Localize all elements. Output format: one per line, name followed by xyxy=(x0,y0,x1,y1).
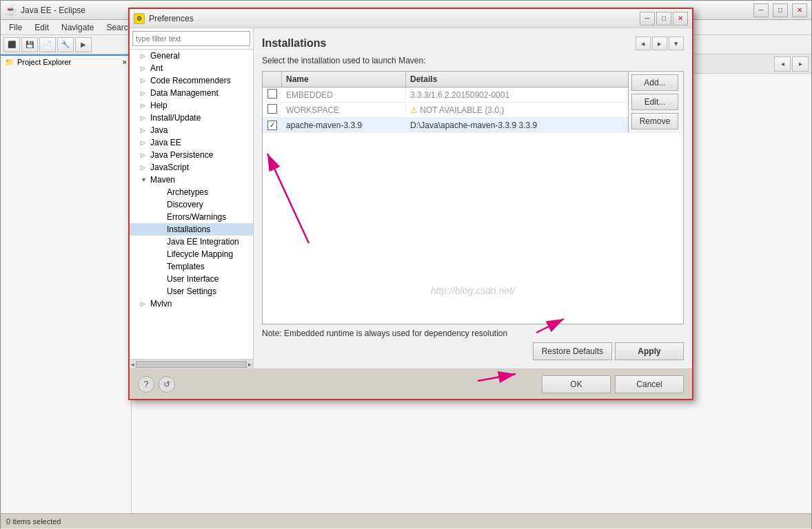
remove-button[interactable]: Remove xyxy=(631,113,678,129)
toolbar-btn-5[interactable]: ▶ xyxy=(75,37,92,52)
col-check-header xyxy=(263,72,282,87)
nav-menu-button[interactable]: ▾ xyxy=(669,37,684,50)
nav-filter-input[interactable] xyxy=(132,31,250,46)
checkbox-workspace[interactable] xyxy=(267,104,277,114)
nav-forward-button[interactable]: ▸ xyxy=(652,37,667,50)
dialog-titlebar: ⚙ Preferences ─ □ ✕ xyxy=(130,9,692,28)
nav-expand-maven: ▼ xyxy=(141,176,148,183)
installations-table-header: Name Details xyxy=(263,72,683,87)
nav-item-maven[interactable]: ▼ Maven xyxy=(130,174,253,186)
nav-label-help: Help xyxy=(150,101,168,110)
nav-item-errors-warnings[interactable]: Errors/Warnings xyxy=(130,211,253,223)
table-row[interactable]: EMBEDDED 3.3.3/1.6.2.20150902-0001 xyxy=(263,87,683,103)
nav-item-templates[interactable]: Templates xyxy=(130,260,253,273)
nav-item-data-management[interactable]: ▷ Data Management xyxy=(130,87,253,99)
nav-label-java-ee: Java EE xyxy=(150,138,181,147)
nav-expand-data-management: ▷ xyxy=(141,90,148,96)
table-row[interactable]: WORKSPACE ⚠ NOT AVAILABLE (3.0,) xyxy=(263,103,683,118)
row-workspace-check[interactable] xyxy=(263,103,282,117)
toolbar-btn-4[interactable]: 🔧 xyxy=(57,37,74,52)
nav-expand-ant: ▷ xyxy=(141,65,148,72)
menu-navigate[interactable]: Navigate xyxy=(56,21,99,34)
restore-defaults-button[interactable]: Restore Defaults xyxy=(533,342,612,360)
menu-file[interactable]: File xyxy=(3,21,28,34)
dialog-maximize-button[interactable]: □ xyxy=(656,12,671,25)
nav-label-ant: Ant xyxy=(150,63,163,73)
nav-expand-help: ▷ xyxy=(141,102,148,109)
checkbox-maven[interactable]: ✓ xyxy=(267,121,277,130)
eclipse-maximize-button[interactable]: □ xyxy=(773,3,788,17)
eclipse-icon: ☕ xyxy=(5,5,17,16)
nav-item-java-ee[interactable]: ▷ Java EE xyxy=(130,136,253,149)
scroll-right[interactable]: ▸ xyxy=(248,361,252,368)
row-maven-check[interactable]: ✓ xyxy=(263,118,282,132)
nav-item-java-ee-integration[interactable]: Java EE Integration xyxy=(130,236,253,248)
dialog-window-buttons: ─ □ ✕ xyxy=(640,12,688,25)
nav-label-templates: Templates xyxy=(167,262,205,271)
project-explorer-tab[interactable]: 📁 Project Explorer × xyxy=(1,54,131,70)
menu-edit[interactable]: Edit xyxy=(29,21,54,34)
right-panel-btn-2[interactable]: ▸ xyxy=(792,56,809,72)
nav-label-archetypes: Archetypes xyxy=(167,187,208,197)
toolbar-btn-2[interactable]: 💾 xyxy=(21,37,38,52)
note-text: Note: Embedded runtime is always used fo… xyxy=(262,329,684,338)
nav-expand-code-recommenders: ▷ xyxy=(141,77,148,84)
row-workspace-name: WORKSPACE xyxy=(282,104,406,116)
nav-item-help[interactable]: ▷ Help xyxy=(130,99,253,112)
add-button[interactable]: Add... xyxy=(631,74,678,91)
nav-item-java-persistence[interactable]: ▷ Java Persistence xyxy=(130,149,253,161)
nav-label-data-management: Data Management xyxy=(150,88,219,98)
nav-expand-javascript: ▷ xyxy=(141,164,148,171)
status-bar: 0 items selected xyxy=(1,513,811,528)
nav-expand-install-update: ▷ xyxy=(141,114,148,121)
nav-item-archetypes[interactable]: Archetypes xyxy=(130,186,253,198)
nav-back-button[interactable]: ◂ xyxy=(636,37,651,50)
nav-item-javascript[interactable]: ▷ JavaScript xyxy=(130,161,253,174)
nav-label-installations: Installations xyxy=(167,225,210,234)
nav-item-user-interface[interactable]: User Interface xyxy=(130,273,253,285)
edit-button[interactable]: Edit... xyxy=(631,94,678,110)
nav-item-mvlvn[interactable]: ▷ Mvlvn xyxy=(130,298,253,310)
row-embedded-check[interactable] xyxy=(263,87,282,102)
content-nav-buttons: ◂ ▸ ▾ xyxy=(636,37,684,50)
dialog-action-buttons: OK Cancel xyxy=(542,375,684,393)
nav-item-general[interactable]: ▷ General xyxy=(130,50,253,62)
nav-item-code-recommenders[interactable]: ▷ Code Recommenders xyxy=(130,74,253,87)
checkbox-embedded[interactable] xyxy=(267,89,277,98)
left-panel: 📁 Project Explorer × xyxy=(1,54,132,515)
nav-item-lifecycle-mapping[interactable]: Lifecycle Mapping xyxy=(130,248,253,260)
toolbar-btn-3[interactable]: 📄 xyxy=(39,37,56,52)
restore-icon-button[interactable]: ↺ xyxy=(159,376,175,393)
project-explorer-close[interactable]: × xyxy=(123,58,127,66)
eclipse-minimize-button[interactable]: ─ xyxy=(753,3,769,17)
preferences-dialog: ⚙ Preferences ─ □ ✕ ▷ General xyxy=(128,8,693,400)
toolbar-btn-1[interactable]: ⬛ xyxy=(3,37,20,52)
nav-label-java: Java xyxy=(150,125,168,135)
content-title: Installations xyxy=(262,37,326,50)
nav-item-installations[interactable]: Installations xyxy=(130,223,253,236)
nav-item-discovery[interactable]: Discovery xyxy=(130,198,253,211)
table-row[interactable]: ✓ apache-maven-3.3.9 D:\Java\apache-mave… xyxy=(263,118,683,133)
help-button[interactable]: ? xyxy=(138,376,154,393)
dialog-close-button[interactable]: ✕ xyxy=(673,12,688,25)
nav-scrollbar-h[interactable]: ◂ ▸ xyxy=(130,359,253,369)
dialog-minimize-button[interactable]: ─ xyxy=(640,12,655,25)
dialog-bottom-bar: ? ↺ OK Cancel xyxy=(130,369,692,399)
nav-item-ant[interactable]: ▷ Ant xyxy=(130,62,253,74)
nav-label-maven: Maven xyxy=(150,175,175,185)
right-panel-btn-1[interactable]: ◂ xyxy=(774,56,791,72)
scroll-thumb-h[interactable] xyxy=(136,361,247,368)
cancel-button[interactable]: Cancel xyxy=(615,375,684,393)
ok-button[interactable]: OK xyxy=(542,375,611,393)
watermark: http://blog.csdn.net/ xyxy=(431,285,515,296)
nav-label-user-interface: User Interface xyxy=(167,274,219,284)
nav-label-discovery: Discovery xyxy=(167,200,203,209)
apply-button[interactable]: Apply xyxy=(615,342,684,360)
nav-label-java-persistence: Java Persistence xyxy=(150,150,213,160)
scroll-left[interactable]: ◂ xyxy=(131,361,134,368)
eclipse-close-button[interactable]: ✕ xyxy=(792,3,807,17)
nav-item-java[interactable]: ▷ Java xyxy=(130,124,253,136)
nav-item-install-update[interactable]: ▷ Install/Update xyxy=(130,112,253,124)
nav-label-errors-warnings: Errors/Warnings xyxy=(167,212,226,222)
nav-item-user-settings[interactable]: User Settings xyxy=(130,285,253,298)
